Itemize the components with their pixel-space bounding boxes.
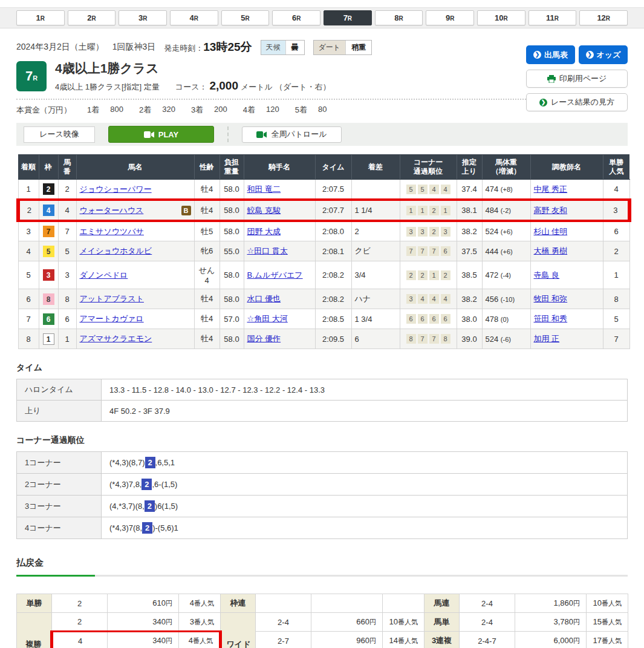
race-tab[interactable]: 7R: [324, 10, 372, 25]
jockey-cell: 国分 優作: [244, 329, 315, 349]
race-tab[interactable]: 6R: [272, 10, 320, 25]
corner-row-value: (4,*3,7)(8,2)6(1,5): [102, 496, 628, 517]
highlighted-horse-number: 2: [145, 500, 155, 512]
jockey-link[interactable]: ☆角田 大河: [247, 314, 288, 323]
horse-name-cell: アマートカヴァロ: [76, 309, 194, 329]
video-camera-icon: [144, 131, 154, 138]
horse-name-link[interactable]: エミサソウツバサ: [80, 226, 144, 237]
time-cell: 2:07.7: [315, 200, 351, 221]
horse-weight-cell: 472 (-4): [482, 261, 530, 289]
horse-weight-cell: 474 (+8): [482, 180, 530, 200]
race-tab[interactable]: 1R: [16, 10, 65, 25]
trainer-link[interactable]: 加用 正: [534, 334, 560, 343]
horse-name-link[interactable]: アマートカヴァロ: [80, 313, 144, 324]
horse-number: 8: [58, 289, 76, 309]
course-note: （ダート・右）: [275, 82, 331, 93]
race-tab[interactable]: 12R: [579, 10, 628, 25]
race-video-button[interactable]: レース映像: [24, 126, 95, 143]
carried-weight: 58.0: [220, 289, 244, 309]
horse-name-cell: エミサソウツバサ: [76, 221, 194, 241]
jockey-link[interactable]: 和田 竜二: [247, 185, 281, 194]
horse-weight-cell: 524 (+6): [482, 221, 530, 241]
race-tab[interactable]: 4R: [170, 10, 218, 25]
margin-cell: クビ: [351, 241, 400, 261]
race-title: 4歳以上1勝クラス: [55, 61, 331, 76]
finish-position: 1: [18, 180, 39, 200]
win-favorite-cell: 6: [603, 221, 629, 241]
horse-name-link[interactable]: アットアブラスト: [80, 293, 144, 304]
results-header-cell: 枠: [39, 155, 58, 180]
corner-positions-cell: 7776: [400, 241, 457, 261]
entries-button[interactable]: ❯ 出馬表: [526, 45, 575, 64]
race-tab[interactable]: 5R: [221, 10, 270, 25]
time-row-label: ハロンタイム: [17, 379, 102, 401]
result-row: 8 1 1 アズマサクラエモン 牡4 58.0 国分 優作 2:09.5: [18, 329, 629, 349]
prize-item: 2着 320: [139, 105, 175, 116]
race-tab[interactable]: 8R: [375, 10, 423, 25]
horse-name-link[interactable]: メイショウホタルビ: [80, 246, 152, 257]
race-tab[interactable]: 2R: [68, 10, 116, 25]
finish-position: 6: [18, 289, 39, 309]
sex-age: 牡4: [194, 309, 220, 329]
jockey-link[interactable]: 団野 大成: [247, 227, 281, 236]
odds-button[interactable]: ❯ オッズ: [579, 45, 628, 64]
horse-number: 6: [58, 309, 76, 329]
play-button[interactable]: PLAY: [108, 126, 214, 143]
time-cell: 2:08.2: [315, 261, 351, 289]
print-page-button[interactable]: 印刷用ページ: [526, 70, 628, 88]
horse-name-link[interactable]: ダノンペドロ: [80, 270, 128, 281]
sex-age: 牝6: [194, 241, 220, 261]
horse-weight-cell: 456 (-10): [482, 289, 530, 309]
horse-name-link[interactable]: ジョウショーパワー: [80, 184, 152, 195]
horse-number: 5: [58, 241, 76, 261]
condition-value: 稍重: [345, 41, 371, 54]
results-table-wrap: 着順 枠 馬 番 馬名 性齢 負担 重量 騎手名 タイム: [16, 154, 628, 349]
time-row-label: 上り: [17, 401, 102, 422]
race-tab[interactable]: 10R: [477, 10, 525, 25]
result-row: 1 2 2 ジョウショーパワー 牡4 58.0 和田 竜二 2:07.5: [18, 180, 629, 200]
trainer-link[interactable]: 笹田 和秀: [534, 314, 568, 323]
horse-number: 7: [58, 221, 76, 241]
trainer-link[interactable]: 牧田 和弥: [534, 294, 568, 303]
result-row: 5 3 3 ダノンペドロ せん4 58.0 B.ムルザバエフ 2:08.2: [18, 261, 629, 289]
jockey-link[interactable]: 鮫島 克駿: [247, 206, 281, 215]
jockey-link[interactable]: ☆田口 貫太: [247, 246, 288, 255]
jockey-link[interactable]: 水口 優也: [247, 294, 281, 303]
trainer-link[interactable]: 寺島 良: [534, 270, 560, 280]
frame-number-box: 5: [43, 246, 54, 257]
jockey-cell: 鮫島 克駿: [244, 200, 315, 221]
patrol-video-button[interactable]: 全周パトロール: [242, 126, 342, 143]
jockey-link[interactable]: 国分 優作: [247, 334, 281, 343]
trainer-link[interactable]: 大橋 勇樹: [534, 246, 568, 255]
payout-heading: 払戻金: [16, 557, 628, 569]
sanrenpuku-popularity: 17番人気: [587, 632, 628, 648]
wakuren-label: 枠連: [221, 594, 256, 613]
trainer-link[interactable]: 杉山 佳明: [534, 227, 568, 236]
umatan-popularity: 15番人気: [587, 613, 628, 632]
video-camera-icon: [256, 131, 267, 138]
frame-cell: 7: [39, 221, 58, 241]
jockey-cell: B.ムルザバエフ: [244, 261, 315, 289]
fukusho-label: 複勝: [17, 613, 52, 648]
last-3f-cell: 38.5: [457, 261, 482, 289]
horse-name-link[interactable]: アズマサクラエモン: [80, 333, 152, 344]
jockey-link[interactable]: B.ムルザバエフ: [247, 270, 303, 280]
carried-weight: 58.0: [220, 180, 244, 200]
result-guide-button[interactable]: ❯ レース結果の見方: [526, 93, 628, 111]
carried-weight: 58.0: [220, 221, 244, 241]
results-header-cell: 推定 上り: [457, 155, 482, 180]
race-tab[interactable]: 9R: [426, 10, 474, 25]
trainer-link[interactable]: 高野 友和: [534, 206, 568, 215]
results-header-row: 着順 枠 馬 番 馬名 性齢 負担 重量 騎手名 タイム: [18, 155, 629, 180]
corner-row-label: 2コーナー: [17, 474, 102, 496]
horse-name-link[interactable]: ウォーターハウス: [80, 205, 144, 216]
umaren-label: 馬連: [424, 594, 460, 613]
race-tab[interactable]: 3R: [119, 10, 167, 25]
fukusho-popularity: 3番人気: [179, 613, 221, 632]
corner-table: 1コーナー (*4,3)(8,7)2,6,5,1 2コーナー (*4,3)7,8…: [16, 451, 628, 539]
race-tab[interactable]: 11R: [529, 10, 577, 25]
win-favorite-cell: 8: [603, 289, 629, 309]
trainer-link[interactable]: 中尾 秀正: [534, 185, 568, 194]
corner-positions-cell: 3323: [400, 221, 457, 241]
sex-age: せん4: [194, 261, 220, 289]
